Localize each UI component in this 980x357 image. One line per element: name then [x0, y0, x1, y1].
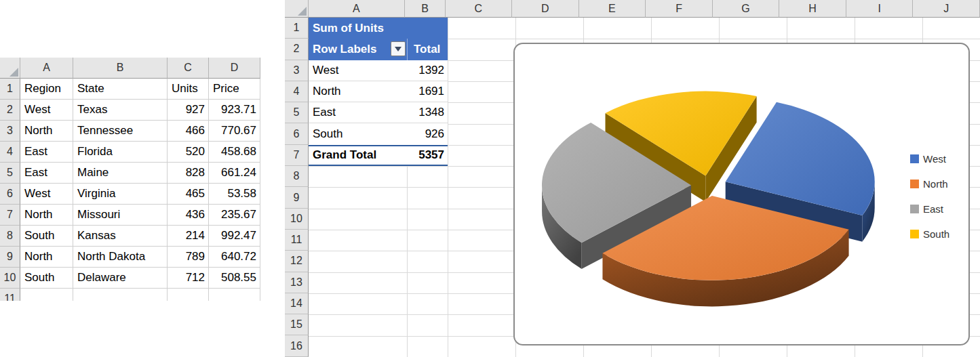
- cell-empty[interactable]: [209, 289, 260, 301]
- row-number[interactable]: 12: [285, 251, 309, 272]
- row-number[interactable]: 4: [0, 142, 20, 163]
- column-header-c[interactable]: C: [446, 0, 513, 18]
- cell[interactable]: North: [20, 247, 73, 268]
- select-all-corner[interactable]: [0, 58, 20, 79]
- cell[interactable]: West: [20, 184, 73, 205]
- pivot-title[interactable]: Sum of Units: [309, 18, 407, 39]
- cell[interactable]: 828: [168, 163, 209, 184]
- cell[interactable]: Florida: [73, 142, 168, 163]
- legend-item-west[interactable]: West: [910, 152, 946, 165]
- row-number[interactable]: 10: [0, 268, 20, 289]
- cell[interactable]: 465: [168, 184, 209, 205]
- row-number[interactable]: 9: [0, 247, 20, 268]
- cell[interactable]: Kansas: [73, 226, 168, 247]
- row-number[interactable]: 4: [285, 81, 309, 102]
- row-number[interactable]: 7: [285, 145, 309, 166]
- row-number[interactable]: 6: [285, 123, 309, 144]
- pie-chart-area[interactable]: West North East South: [513, 43, 970, 345]
- cell[interactable]: 661.24: [209, 163, 260, 184]
- cell[interactable]: 436: [168, 205, 209, 226]
- column-header-f[interactable]: F: [646, 0, 713, 18]
- row-number[interactable]: 2: [0, 100, 20, 121]
- row-number[interactable]: 8: [285, 166, 309, 187]
- row-number[interactable]: 11: [0, 289, 20, 301]
- pivot-row-value[interactable]: 1348: [407, 102, 448, 123]
- column-header-c[interactable]: C: [168, 58, 209, 79]
- cell[interactable]: 712: [168, 268, 209, 289]
- cell[interactable]: Maine: [73, 163, 168, 184]
- column-header-e[interactable]: E: [579, 0, 646, 18]
- cell[interactable]: 770.67: [209, 121, 260, 142]
- filter-dropdown-button[interactable]: [391, 41, 406, 56]
- column-header-g[interactable]: G: [713, 0, 780, 18]
- row-number[interactable]: 9: [285, 187, 309, 208]
- cell[interactable]: East: [20, 142, 73, 163]
- cell-units-header[interactable]: Units: [168, 79, 209, 100]
- pie-3d[interactable]: [515, 44, 968, 344]
- cell-empty[interactable]: [168, 289, 209, 301]
- cell[interactable]: Virginia: [73, 184, 168, 205]
- cell[interactable]: North: [20, 121, 73, 142]
- cell[interactable]: North Dakota: [73, 247, 168, 268]
- legend-item-east[interactable]: East: [910, 202, 943, 215]
- cell-empty[interactable]: [20, 289, 73, 301]
- column-header-a[interactable]: A: [20, 58, 73, 79]
- row-number[interactable]: 1: [0, 79, 20, 100]
- pivot-row-label[interactable]: North: [309, 81, 407, 102]
- cell[interactable]: 923.71: [209, 100, 260, 121]
- cell[interactable]: South: [20, 226, 73, 247]
- cell[interactable]: 640.72: [209, 247, 260, 268]
- row-number[interactable]: 13: [285, 272, 309, 293]
- cell-empty[interactable]: [73, 289, 168, 301]
- legend-item-north[interactable]: North: [910, 177, 948, 190]
- cell[interactable]: 214: [168, 226, 209, 247]
- pivot-row-value[interactable]: 926: [407, 123, 448, 144]
- pivot-row-label[interactable]: West: [309, 60, 407, 81]
- cell[interactable]: Texas: [73, 100, 168, 121]
- row-number[interactable]: 3: [0, 121, 20, 142]
- cell-price-header[interactable]: Price: [209, 79, 260, 100]
- row-number[interactable]: 14: [285, 293, 309, 314]
- row-number[interactable]: 1: [285, 18, 309, 39]
- column-header-b[interactable]: B: [405, 0, 445, 18]
- column-header-b[interactable]: B: [73, 58, 168, 79]
- pivot-total-header[interactable]: Total: [407, 39, 448, 60]
- cell[interactable]: 992.47: [209, 226, 260, 247]
- row-number[interactable]: 10: [285, 209, 309, 230]
- pivot-row-value[interactable]: 1392: [407, 60, 448, 81]
- grand-total-value[interactable]: 5357: [407, 146, 448, 165]
- column-header-i[interactable]: I: [846, 0, 914, 18]
- column-header-a[interactable]: A: [309, 0, 406, 18]
- row-number[interactable]: 5: [0, 163, 20, 184]
- row-number[interactable]: 7: [0, 205, 20, 226]
- cell[interactable]: West: [20, 100, 73, 121]
- select-all-corner[interactable]: [285, 0, 309, 18]
- cell[interactable]: 53.58: [209, 184, 260, 205]
- pivot-row-labels-header[interactable]: Row Labels: [309, 39, 407, 60]
- cell[interactable]: Missouri: [73, 205, 168, 226]
- row-number[interactable]: 5: [285, 102, 309, 123]
- column-header-h[interactable]: H: [779, 0, 846, 18]
- cell-state-header[interactable]: State: [73, 79, 168, 100]
- cell[interactable]: 789: [168, 247, 209, 268]
- row-number[interactable]: 15: [285, 314, 309, 335]
- row-number[interactable]: 6: [0, 184, 20, 205]
- column-header-d[interactable]: D: [512, 0, 579, 18]
- cell[interactable]: 458.68: [209, 142, 260, 163]
- cell[interactable]: South: [20, 268, 73, 289]
- pivot-row-label[interactable]: South: [309, 123, 407, 144]
- column-header-d[interactable]: D: [209, 58, 260, 79]
- cell[interactable]: 466: [168, 121, 209, 142]
- cell[interactable]: East: [20, 163, 73, 184]
- legend-item-south[interactable]: South: [910, 227, 949, 240]
- cell[interactable]: 508.55: [209, 268, 260, 289]
- row-number[interactable]: 16: [285, 335, 309, 356]
- row-number[interactable]: 8: [0, 226, 20, 247]
- grand-total-label[interactable]: Grand Total: [309, 146, 407, 165]
- cell[interactable]: Tennessee: [73, 121, 168, 142]
- row-number[interactable]: 2: [285, 39, 309, 60]
- cell[interactable]: 520: [168, 142, 209, 163]
- cell-region-header[interactable]: Region: [20, 79, 73, 100]
- row-number[interactable]: 3: [285, 60, 309, 81]
- pivot-row-label[interactable]: East: [309, 102, 407, 123]
